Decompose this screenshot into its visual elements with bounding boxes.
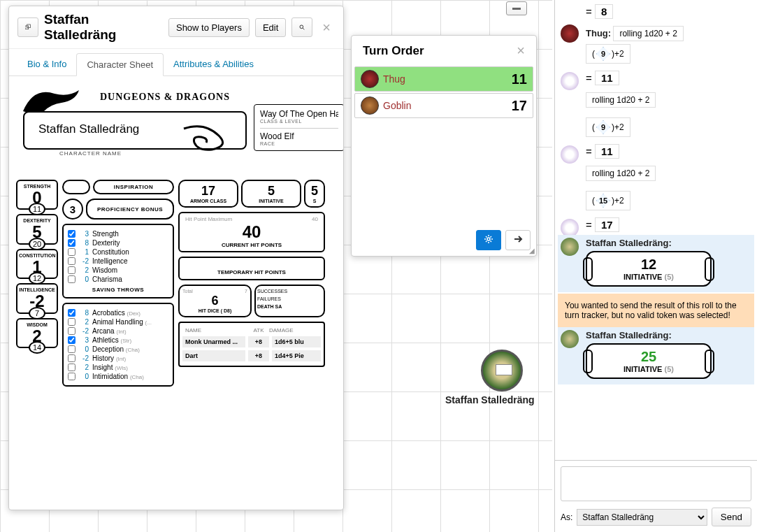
tabs: Bio & Info Character Sheet Attributes & … <box>9 53 343 76</box>
inspiration-label: INSPIRATION <box>93 180 174 194</box>
save-row[interactable]: 1Constitution <box>68 247 168 257</box>
chat-textarea[interactable] <box>561 466 751 501</box>
save-row[interactable]: 3Strength <box>68 229 168 238</box>
save-row[interactable]: 2Wisdom <box>68 266 168 275</box>
skill-row[interactable]: -2History (Int) <box>68 354 168 363</box>
ability-wisdom[interactable]: WISDOM214 <box>16 318 58 348</box>
ability-constitution[interactable]: CONSTITUTION112 <box>16 249 58 279</box>
search-icon <box>299 23 305 31</box>
armor-class[interactable]: 17 <box>182 184 234 199</box>
race-value[interactable]: Wood Elf <box>260 131 338 141</box>
show-players-button[interactable]: Show to Players <box>168 18 250 37</box>
speed[interactable]: 5 <box>308 184 321 199</box>
initiative-card: 25INITIATIVE (5) <box>586 343 712 379</box>
skill-row[interactable]: 3Athletics (Str) <box>68 336 168 345</box>
prof-bonus-label: PROFICIENCY BONUS <box>86 199 174 220</box>
initiative-card: 12INITIATIVE (5) <box>586 251 712 287</box>
turn-item[interactable]: Thug11 <box>354 66 533 92</box>
proficiency-bonus[interactable]: 3 <box>62 199 83 220</box>
skill-row[interactable]: 8Acrobatics (Dex) <box>68 308 168 317</box>
skill-row[interactable]: 0Intimidation (Cha) <box>68 372 168 381</box>
avatar <box>561 238 579 256</box>
attack-row[interactable]: Dart+81d4+5 Pie <box>182 349 321 363</box>
chat-sidebar: = 8Thug: rolling 1d20 + 2( 9 )+2= 11roll… <box>554 0 757 532</box>
turn-next-button[interactable] <box>505 230 531 250</box>
svg-point-2 <box>300 25 303 29</box>
edit-button[interactable]: Edit <box>255 18 286 37</box>
save-row[interactable]: -2Intelligence <box>68 257 168 266</box>
dnd-logo: DUNGEONS & DRAGONS <box>100 92 230 103</box>
map-token[interactable]: Staffan Stalledräng <box>470 350 535 405</box>
skill-row[interactable]: 2Insight (Wis) <box>68 363 168 372</box>
close-icon[interactable]: × <box>318 20 335 36</box>
hit-dice[interactable]: 6 <box>182 294 247 308</box>
swirl-decoration <box>177 122 240 157</box>
ability-strength[interactable]: STRENGTH011 <box>16 180 58 210</box>
class-level-value[interactable]: Way Of The Open Ha <box>260 109 338 119</box>
ability-intelligence[interactable]: INTELLIGENCE-27 <box>16 283 58 313</box>
turn-order-title: Turn Order <box>352 36 536 66</box>
save-row[interactable]: 8Dexterity <box>68 238 168 247</box>
charname-label: CHARACTER NAME <box>59 150 122 157</box>
character-dialog: Staffan Stalledräng Show to Players Edit… <box>8 6 344 510</box>
svg-line-3 <box>303 28 305 29</box>
attack-row[interactable]: Monk Unarmed ...+81d6+5 blu <box>182 335 321 349</box>
avatar <box>561 330 579 348</box>
gear-icon <box>484 234 493 244</box>
send-button[interactable]: Send <box>712 508 751 526</box>
initiative[interactable]: 5 <box>245 184 297 199</box>
hp-current[interactable]: 40 <box>185 222 318 242</box>
save-row[interactable]: 0Charisma <box>68 275 168 284</box>
dialog-title: Staffan Stalledräng <box>44 12 163 43</box>
turn-order-dialog: Turn Order × Thug11Goblin17 ◢ <box>351 35 537 257</box>
arrow-right-icon <box>513 234 523 244</box>
search-button[interactable] <box>291 17 312 37</box>
avatar <box>561 24 579 43</box>
turn-close-icon[interactable]: × <box>512 43 529 59</box>
skill-row[interactable]: 2Animal Handling (... <box>68 317 168 326</box>
ability-dexterity[interactable]: DEXTERITY520 <box>16 214 58 244</box>
warning-message: You wanted to send the result of this ro… <box>558 294 754 327</box>
turn-settings-button[interactable] <box>476 230 501 250</box>
inspiration-toggle[interactable] <box>62 180 90 194</box>
token-label: Staffan Stalledräng <box>445 394 535 405</box>
svg-point-4 <box>487 238 490 240</box>
tab-sheet[interactable]: Character Sheet <box>76 53 164 76</box>
tab-bio[interactable]: Bio & Info <box>17 53 76 76</box>
skill-row[interactable]: 0Deception (Cha) <box>68 345 168 354</box>
tab-attributes[interactable]: Attributes & Abilities <box>164 53 264 76</box>
speak-as-select[interactable]: Staffan Stalledräng <box>577 509 707 526</box>
popout-button[interactable] <box>17 17 38 37</box>
hp-max[interactable]: 40 <box>312 216 318 222</box>
popout-icon <box>25 23 31 31</box>
zoom-control[interactable] <box>506 1 527 15</box>
resize-grip[interactable]: ◢ <box>529 247 535 254</box>
skill-row[interactable]: -2Arcana (Int) <box>68 326 168 336</box>
turn-item[interactable]: Goblin17 <box>354 93 533 118</box>
